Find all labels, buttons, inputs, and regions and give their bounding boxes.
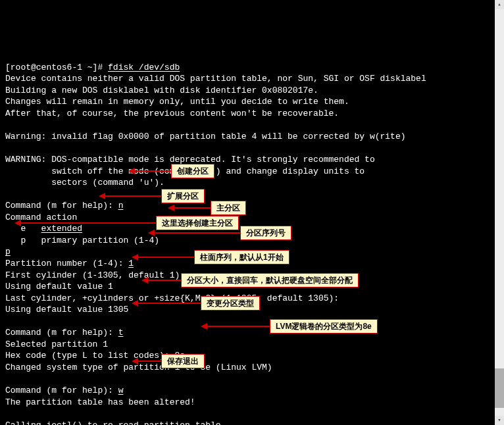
fdisk-input-t[interactable]: t [118,328,124,338]
output-line: Using default value 1 [5,282,113,291]
shell-prompt: [root@centos6-1 ~]# [5,63,108,72]
output-line: WARNING: DOS-compatible mode is deprecat… [5,155,375,164]
output-line: Selected partition 1 [5,339,108,349]
option-extended: extended [41,224,82,234]
output-line: sectors (command 'u'). [5,178,164,188]
output-line: Last cylinder, +cylinders or +size{K,M,G… [5,293,339,303]
output-line: Calling ioctl() to re-read partition tab… [5,420,226,425]
fdisk-input-p[interactable]: p [5,247,11,257]
output-line: Changed system type of partition 1 to 8e… [5,362,272,372]
output-line: The partition table has been altered! [5,397,195,407]
hex-code-input[interactable]: 8e [174,351,185,361]
output-line: Warning: invalid flag 0x0000 of partitio… [5,132,406,141]
output-line: Using default value 1305 [5,305,128,314]
output-line: Changes will remain in memory only, unti… [5,97,349,107]
scroll-up-button[interactable]: ▴ [495,0,504,9]
scroll-thumb[interactable] [495,368,504,408]
vertical-scrollbar[interactable]: ▴ ▾ [495,0,504,425]
output-line: Device contains neither a valid DOS part… [5,74,426,84]
fdisk-prompt: Command (m for help): [5,328,118,338]
terminal-output: [root@centos6-1 ~]# fdisk /dev/sdb Devic… [0,46,504,425]
output-line: First cylinder (1-1305, default 1): [5,270,185,280]
fdisk-input-n[interactable]: n [118,201,124,211]
partition-number-input[interactable]: 1 [128,259,134,268]
fdisk-prompt: Command (m for help): [5,201,118,211]
output-line: p primary partition (1-4) [5,236,159,245]
scroll-down-button[interactable]: ▾ [495,416,504,425]
output-line: Partition number (1-4): [5,259,128,268]
output-line: e [5,224,41,234]
output-line: Command action [5,213,77,222]
fdisk-prompt: Command (m for help): [5,386,118,395]
output-line: Building a new DOS disklabel with disk i… [5,86,318,95]
fdisk-input-w[interactable]: w [118,386,124,395]
output-line: Hex code (type L to list codes): [5,351,174,361]
output-line: switch off the mode (command 'c') and ch… [5,166,365,176]
command-input[interactable]: fdisk /dev/sdb [108,63,180,72]
output-line: After that, of course, the previous cont… [5,109,339,118]
